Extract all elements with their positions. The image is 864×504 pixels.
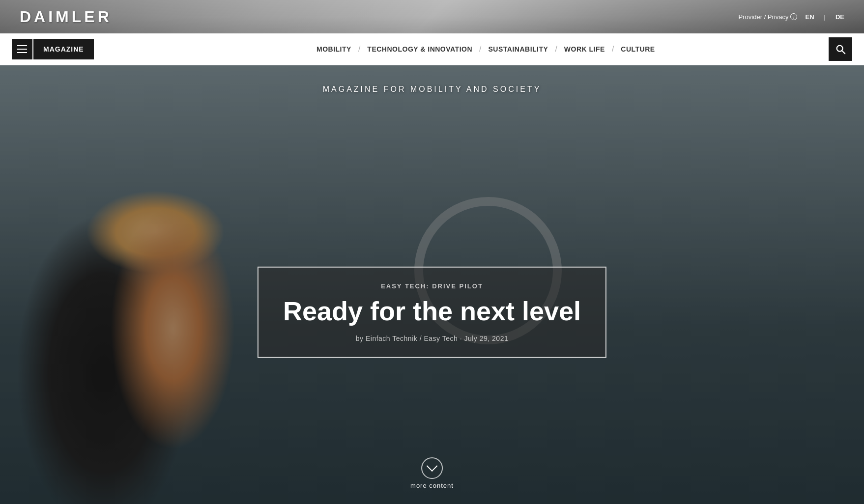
- magazine-button[interactable]: MAGAZINE: [33, 39, 94, 59]
- hero-card-title: Ready for the next level: [283, 296, 581, 325]
- search-icon: [835, 44, 846, 55]
- hamburger-line-2: [17, 49, 27, 50]
- lang-separator: |: [824, 13, 826, 21]
- hamburger-menu-button[interactable]: [12, 39, 32, 59]
- nav-item-technology[interactable]: TECHNOLOGY & INNOVATION: [363, 45, 476, 53]
- top-right-nav: Provider / Privacy i EN | DE: [739, 13, 844, 21]
- nav-item-culture[interactable]: CULTURE: [617, 45, 659, 53]
- search-button[interactable]: [829, 37, 852, 61]
- hero-section: MAGAZINE FOR MOBILITY AND SOCIETY EASY T…: [0, 65, 864, 504]
- nav-sep-3: /: [555, 45, 557, 54]
- hero-card-meta: by Einfach Technik / Easy Tech · July 29…: [283, 335, 581, 342]
- hero-subtitle: MAGAZINE FOR MOBILITY AND SOCIETY: [323, 85, 542, 94]
- hero-card-tag: EASY TECH: DRIVE PILOT: [283, 282, 581, 289]
- hamburger-line-1: [17, 45, 27, 46]
- hero-card: EASY TECH: DRIVE PILOT Ready for the nex…: [258, 266, 606, 358]
- more-content-label: more content: [410, 482, 454, 489]
- provider-privacy-link[interactable]: Provider / Privacy i: [739, 13, 798, 21]
- logo[interactable]: DAIMLER: [20, 8, 112, 26]
- more-content-button[interactable]: more content: [410, 457, 454, 489]
- top-bar: DAIMLER Provider / Privacy i EN | DE: [0, 0, 864, 33]
- svg-line-1: [842, 51, 845, 54]
- nav-item-sustainability[interactable]: SUSTAINABILITY: [485, 45, 552, 53]
- down-arrow-icon: [427, 460, 438, 472]
- navigation-bar: MAGAZINE MOBILITY / TECHNOLOGY & INNOVAT…: [0, 33, 864, 65]
- provider-privacy-text: Provider / Privacy: [739, 13, 789, 21]
- nav-sep-1: /: [358, 45, 360, 54]
- lang-en-button[interactable]: EN: [805, 13, 814, 21]
- nav-item-worklife[interactable]: WORK LIFE: [560, 45, 609, 53]
- hamburger-line-3: [17, 52, 27, 53]
- nav-links: MOBILITY / TECHNOLOGY & INNOVATION / SUS…: [143, 45, 829, 54]
- nav-sep-2: /: [479, 45, 481, 54]
- nav-sep-4: /: [612, 45, 614, 54]
- hero-meta-text: by Einfach Technik / Easy Tech · July 29…: [356, 335, 508, 342]
- down-arrow-circle: [421, 457, 443, 479]
- lang-de-button[interactable]: DE: [835, 13, 844, 21]
- nav-item-mobility[interactable]: MOBILITY: [313, 45, 355, 53]
- info-icon: i: [790, 13, 797, 20]
